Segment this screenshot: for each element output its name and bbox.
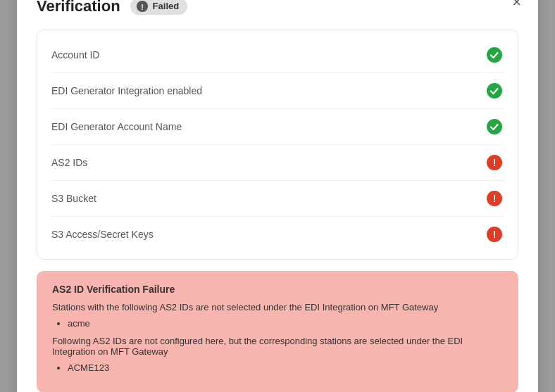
check-label: S3 Access/Secret Keys <box>51 229 154 240</box>
failed-badge: ! Failed <box>130 0 188 15</box>
checks-card: Account IDEDI Generator Integration enab… <box>37 30 518 260</box>
svg-text:!: ! <box>493 157 497 168</box>
error-list-2: ACME123 <box>68 362 503 373</box>
check-label: AS2 IDs <box>51 157 87 168</box>
check-row: Account ID <box>51 37 504 73</box>
list-item: acme <box>68 318 503 329</box>
svg-point-4 <box>487 119 502 134</box>
svg-point-3 <box>487 83 502 99</box>
error-icon: ! <box>485 225 504 244</box>
check-label: EDI Generator Account Name <box>51 121 182 132</box>
verification-modal: Verification ! Failed × Account IDEDI Ge… <box>17 0 538 392</box>
error-icon: ! <box>485 153 504 172</box>
failed-badge-icon: ! <box>136 0 149 13</box>
success-icon <box>485 46 504 64</box>
success-icon <box>485 82 504 100</box>
svg-text:!: ! <box>493 229 497 240</box>
check-label: S3 Bucket <box>51 193 96 204</box>
error-message-2: Following AS2 IDs are not configured her… <box>52 336 503 357</box>
success-icon <box>485 118 504 136</box>
list-item: ACME123 <box>68 362 503 373</box>
error-list-1: acme <box>68 318 503 329</box>
error-box: AS2 ID Verification Failure Stations wit… <box>37 271 518 393</box>
check-row: EDI Generator Account Name <box>51 109 504 145</box>
modal-header: Verification ! Failed × <box>37 0 518 15</box>
check-row: AS2 IDs! <box>51 145 504 181</box>
error-box-title: AS2 ID Verification Failure <box>52 284 503 295</box>
modal-overlay: Verification ! Failed × Account IDEDI Ge… <box>0 0 555 392</box>
svg-text:!: ! <box>141 2 144 11</box>
modal-title: Verification <box>37 0 120 15</box>
check-row: S3 Access/Secret Keys! <box>51 217 504 252</box>
svg-point-2 <box>487 47 502 63</box>
check-label: Account ID <box>51 49 99 61</box>
failed-badge-label: Failed <box>153 1 180 11</box>
check-label: EDI Generator Integration enabled <box>51 85 202 96</box>
check-row: EDI Generator Integration enabled <box>51 73 504 109</box>
svg-text:!: ! <box>493 193 497 204</box>
error-message-1: Stations with the following AS2 IDs are … <box>52 302 503 312</box>
check-row: S3 Bucket! <box>51 181 504 217</box>
error-icon: ! <box>485 189 504 208</box>
close-button[interactable]: × <box>512 0 521 10</box>
